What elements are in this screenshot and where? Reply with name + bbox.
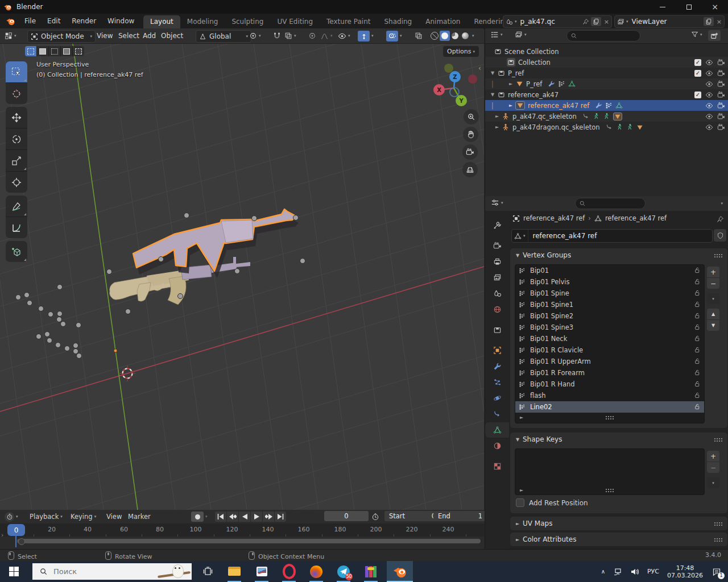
select-subtract-button[interactable]: [49, 46, 61, 56]
outliner-filter-button[interactable]: ▾: [691, 31, 702, 38]
show-overlays-toggle[interactable]: ▾: [386, 30, 402, 41]
tab-particles[interactable]: [485, 375, 509, 390]
outliner-row-pak47dragon-skeleton[interactable]: ► p_ak47dragon.qc_skeleton: [485, 122, 728, 132]
playhead-line[interactable]: [15, 535, 16, 547]
expand-arrow-icon[interactable]: ►: [494, 114, 500, 119]
hide-eye-icon[interactable]: [705, 91, 713, 99]
frame-start-field[interactable]: Start0: [384, 511, 440, 521]
jump-to-end-button[interactable]: [275, 512, 286, 522]
tool-transform[interactable]: [6, 172, 27, 193]
tab-sculpting[interactable]: Sculpting: [225, 15, 270, 28]
navigation-gizmo[interactable]: Z X Y: [431, 60, 480, 112]
tab-view-layer[interactable]: [485, 270, 509, 285]
render-camera-icon[interactable]: [717, 80, 725, 88]
tab-world[interactable]: [485, 302, 509, 317]
lock-open-icon[interactable]: [693, 403, 701, 410]
lock-open-icon[interactable]: [693, 323, 701, 331]
shading-solid-button[interactable]: [440, 31, 450, 41]
vertex-group-row[interactable]: Bip01 Spine2: [515, 310, 704, 322]
shape-keys-panel-header[interactable]: ▼ Shape Keys: [510, 433, 727, 446]
shading-rendered-button[interactable]: [460, 31, 470, 41]
tab-layout[interactable]: Layout: [143, 15, 180, 28]
tab-texture-paint[interactable]: Texture Paint: [320, 15, 377, 28]
color-attributes-panel[interactable]: ► Color Attributes: [510, 533, 727, 546]
tab-output[interactable]: [485, 254, 509, 269]
viewport-menu-add[interactable]: Add: [143, 30, 156, 41]
options-button[interactable]: Options▾: [443, 46, 479, 57]
timeline-expand-arrow[interactable]: ›: [1, 531, 3, 539]
shape-key-specials-button[interactable]: ▾: [707, 477, 719, 488]
file-explorer-button[interactable]: [223, 561, 246, 582]
unlink-scene-button[interactable]: ×: [602, 18, 611, 26]
remove-viewlayer-button[interactable]: ×: [714, 18, 724, 26]
outliner-row-collection[interactable]: Collection ✓: [485, 57, 728, 68]
tool-add-primitive[interactable]: [6, 241, 27, 262]
jump-to-start-button[interactable]: [215, 512, 227, 522]
lock-open-icon[interactable]: [693, 357, 701, 365]
lock-open-icon[interactable]: [693, 289, 701, 297]
timeline-editor-type-button[interactable]: ▾: [5, 511, 18, 522]
outliner-row-pak47-skeleton[interactable]: ► p_ak47.qc_skeleton: [485, 111, 728, 122]
shading-material-button[interactable]: [450, 31, 460, 41]
lock-open-icon[interactable]: [693, 312, 701, 319]
vertex-group-row[interactable]: Bip01 R Clavicle: [515, 344, 704, 356]
vertex-group-row-selected[interactable]: Line02: [515, 401, 704, 413]
scrollbar-knob[interactable]: [18, 538, 25, 545]
rifle-top-model[interactable]: [133, 209, 299, 278]
gizmo-axis-neg-x[interactable]: [468, 74, 477, 84]
remove-vertex-group-button[interactable]: −: [707, 278, 719, 289]
new-collection-button[interactable]: [708, 30, 721, 41]
render-camera-icon[interactable]: [717, 69, 725, 77]
pan-view-button[interactable]: [463, 127, 478, 142]
lock-open-icon[interactable]: [693, 278, 701, 285]
ortho-toggle-button[interactable]: [462, 162, 478, 177]
zoom-view-button[interactable]: [464, 109, 479, 124]
panel-grip[interactable]: [714, 522, 723, 526]
blender-menu-icon[interactable]: [6, 16, 15, 26]
outliner-row-pref-object[interactable]: | ► P_ref: [485, 78, 728, 89]
pin-icon[interactable]: [582, 18, 589, 25]
collapse-arrow-icon[interactable]: ▼: [490, 70, 495, 76]
vertex-group-specials-button[interactable]: ▾: [707, 293, 719, 304]
properties-search[interactable]: [575, 198, 646, 209]
add-rest-position-row[interactable]: Add Rest Position: [516, 498, 588, 507]
network-icon[interactable]: [613, 567, 622, 576]
lock-open-icon[interactable]: [693, 346, 701, 354]
gizmo-axis-x[interactable]: X: [433, 84, 445, 95]
render-camera-icon[interactable]: [717, 91, 725, 99]
xray-toggle[interactable]: [415, 30, 423, 41]
shading-wireframe-button[interactable]: [429, 31, 440, 41]
camera-view-button[interactable]: [462, 144, 478, 160]
breadcrumb-object[interactable]: reference_ak47 ref: [523, 214, 585, 222]
auto-keying-toggle[interactable]: ▾: [191, 511, 208, 522]
clock[interactable]: 17:48 07.03.2026: [667, 564, 703, 579]
move-group-down-button[interactable]: ▼: [707, 320, 719, 331]
remove-shape-key-button[interactable]: −: [707, 462, 719, 473]
render-camera-icon[interactable]: [717, 59, 725, 66]
lock-open-icon[interactable]: [693, 335, 701, 342]
scene-name[interactable]: p_ak47.qc: [519, 18, 582, 26]
exclude-checkbox[interactable]: ✓: [694, 59, 701, 66]
outliner-row-pref-collection[interactable]: ▼ P_ref ✓: [485, 68, 728, 78]
list-resize-grip[interactable]: [605, 415, 614, 419]
prev-keyframe-button[interactable]: [227, 512, 239, 522]
mode-selector[interactable]: Object Mode▾: [27, 30, 96, 43]
viewport-menu-select[interactable]: Select: [118, 30, 139, 41]
close-button[interactable]: ×: [702, 0, 728, 14]
taskbar-search[interactable]: [32, 563, 192, 580]
notification-center-button[interactable]: 1: [711, 566, 722, 577]
minimize-button[interactable]: [650, 0, 676, 14]
visibility-dropdown[interactable]: ▾: [338, 30, 350, 41]
tool-scale[interactable]: [6, 150, 27, 172]
tab-object-data[interactable]: [485, 422, 509, 438]
volume-icon[interactable]: [630, 567, 639, 576]
vertex-group-row[interactable]: Bip01: [515, 265, 704, 276]
hide-eye-icon[interactable]: [705, 69, 713, 77]
playback-menu[interactable]: Playback▾: [30, 511, 63, 522]
vertex-group-row[interactable]: Bip01 Pelvis: [515, 276, 704, 288]
viewport-menu-object[interactable]: Object: [161, 30, 183, 41]
shape-keys-list[interactable]: ►: [515, 448, 705, 495]
tab-tool[interactable]: [485, 218, 509, 233]
winrar-button[interactable]: [359, 561, 382, 582]
tab-physics[interactable]: [485, 390, 509, 406]
